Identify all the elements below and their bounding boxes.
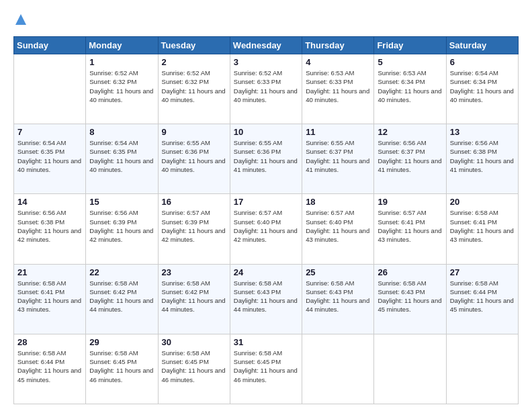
day-number: 12: [378, 127, 442, 137]
col-header-monday: Monday: [86, 37, 158, 54]
day-info: Sunrise: 6:54 AMSunset: 6:34 PMDaylight:…: [450, 68, 515, 104]
col-header-thursday: Thursday: [302, 37, 374, 54]
day-info: Sunrise: 6:52 AMSunset: 6:32 PMDaylight:…: [162, 68, 226, 104]
calendar-cell: 15Sunrise: 6:56 AMSunset: 6:39 PMDayligh…: [86, 194, 158, 264]
calendar-cell: 12Sunrise: 6:56 AMSunset: 6:37 PMDayligh…: [374, 124, 446, 194]
day-info: Sunrise: 6:58 AMSunset: 6:43 PMDaylight:…: [306, 279, 370, 314]
calendar-cell: [302, 334, 374, 404]
day-number: 31: [234, 337, 298, 347]
day-number: 23: [162, 267, 226, 277]
col-header-tuesday: Tuesday: [158, 37, 230, 54]
day-info: Sunrise: 6:58 AMSunset: 6:42 PMDaylight:…: [162, 279, 226, 314]
day-number: 27: [450, 267, 515, 277]
day-info: Sunrise: 6:55 AMSunset: 6:36 PMDaylight:…: [234, 138, 298, 174]
day-info: Sunrise: 6:53 AMSunset: 6:33 PMDaylight:…: [306, 68, 370, 104]
header: [13, 12, 519, 28]
day-info: Sunrise: 6:58 AMSunset: 6:42 PMDaylight:…: [89, 279, 154, 314]
calendar-cell: [374, 334, 446, 404]
calendar-cell: 5Sunrise: 6:53 AMSunset: 6:34 PMDaylight…: [374, 54, 446, 124]
calendar-cell: 9Sunrise: 6:55 AMSunset: 6:36 PMDaylight…: [158, 124, 230, 194]
day-info: Sunrise: 6:57 AMSunset: 6:40 PMDaylight:…: [234, 208, 298, 244]
calendar-cell: 31Sunrise: 6:58 AMSunset: 6:45 PMDayligh…: [230, 334, 302, 404]
day-info: Sunrise: 6:54 AMSunset: 6:35 PMDaylight:…: [89, 138, 154, 174]
day-info: Sunrise: 6:58 AMSunset: 6:45 PMDaylight:…: [234, 349, 298, 384]
day-number: 10: [234, 127, 298, 137]
day-number: 25: [306, 267, 370, 277]
calendar-cell: 3Sunrise: 6:52 AMSunset: 6:33 PMDaylight…: [230, 54, 302, 124]
day-number: 8: [89, 127, 154, 137]
calendar-cell: 6Sunrise: 6:54 AMSunset: 6:34 PMDaylight…: [446, 54, 518, 124]
day-info: Sunrise: 6:58 AMSunset: 6:45 PMDaylight:…: [89, 349, 154, 384]
calendar-cell: 1Sunrise: 6:52 AMSunset: 6:32 PMDaylight…: [86, 54, 158, 124]
calendar-cell: 24Sunrise: 6:58 AMSunset: 6:43 PMDayligh…: [230, 264, 302, 334]
calendar-cell: 13Sunrise: 6:56 AMSunset: 6:38 PMDayligh…: [446, 124, 518, 194]
day-info: Sunrise: 6:58 AMSunset: 6:43 PMDaylight:…: [378, 279, 442, 314]
header-row: SundayMondayTuesdayWednesdayThursdayFrid…: [14, 37, 519, 54]
day-info: Sunrise: 6:52 AMSunset: 6:33 PMDaylight:…: [234, 68, 298, 104]
calendar-cell: 19Sunrise: 6:57 AMSunset: 6:41 PMDayligh…: [374, 194, 446, 264]
day-info: Sunrise: 6:57 AMSunset: 6:41 PMDaylight:…: [378, 208, 442, 244]
page: SundayMondayTuesdayWednesdayThursdayFrid…: [0, 0, 532, 411]
calendar-cell: 8Sunrise: 6:54 AMSunset: 6:35 PMDaylight…: [86, 124, 158, 194]
calendar-cell: 30Sunrise: 6:58 AMSunset: 6:45 PMDayligh…: [158, 334, 230, 404]
calendar-cell: 26Sunrise: 6:58 AMSunset: 6:43 PMDayligh…: [374, 264, 446, 334]
day-number: 18: [306, 197, 370, 207]
calendar-cell: 21Sunrise: 6:58 AMSunset: 6:41 PMDayligh…: [14, 264, 86, 334]
day-number: 6: [450, 57, 515, 67]
day-info: Sunrise: 6:58 AMSunset: 6:43 PMDaylight:…: [234, 279, 298, 314]
calendar-cell: [14, 54, 86, 124]
day-number: 14: [17, 197, 82, 207]
calendar-cell: 25Sunrise: 6:58 AMSunset: 6:43 PMDayligh…: [302, 264, 374, 334]
day-info: Sunrise: 6:53 AMSunset: 6:34 PMDaylight:…: [378, 68, 442, 104]
day-number: 4: [306, 57, 370, 67]
calendar-cell: 29Sunrise: 6:58 AMSunset: 6:45 PMDayligh…: [86, 334, 158, 404]
logo-triangle-icon: [15, 13, 27, 28]
day-info: Sunrise: 6:58 AMSunset: 6:41 PMDaylight:…: [17, 279, 82, 314]
day-number: 7: [17, 127, 82, 137]
calendar-cell: 10Sunrise: 6:55 AMSunset: 6:36 PMDayligh…: [230, 124, 302, 194]
day-number: 2: [162, 57, 226, 67]
week-row-2: 7Sunrise: 6:54 AMSunset: 6:35 PMDaylight…: [14, 124, 519, 194]
day-info: Sunrise: 6:58 AMSunset: 6:41 PMDaylight:…: [450, 208, 515, 244]
calendar-cell: 23Sunrise: 6:58 AMSunset: 6:42 PMDayligh…: [158, 264, 230, 334]
col-header-sunday: Sunday: [14, 37, 86, 54]
calendar-cell: 14Sunrise: 6:56 AMSunset: 6:38 PMDayligh…: [14, 194, 86, 264]
day-number: 26: [378, 267, 442, 277]
calendar-cell: 17Sunrise: 6:57 AMSunset: 6:40 PMDayligh…: [230, 194, 302, 264]
day-info: Sunrise: 6:57 AMSunset: 6:39 PMDaylight:…: [162, 208, 226, 244]
day-number: 29: [89, 337, 154, 347]
day-number: 22: [89, 267, 154, 277]
col-header-wednesday: Wednesday: [230, 37, 302, 54]
day-number: 17: [234, 197, 298, 207]
day-info: Sunrise: 6:58 AMSunset: 6:44 PMDaylight:…: [450, 279, 515, 314]
day-number: 21: [17, 267, 82, 277]
day-info: Sunrise: 6:56 AMSunset: 6:37 PMDaylight:…: [378, 138, 442, 174]
day-number: 5: [378, 57, 442, 67]
day-number: 15: [89, 197, 154, 207]
week-row-1: 1Sunrise: 6:52 AMSunset: 6:32 PMDaylight…: [14, 54, 519, 124]
day-info: Sunrise: 6:56 AMSunset: 6:39 PMDaylight:…: [89, 208, 154, 244]
calendar-cell: 20Sunrise: 6:58 AMSunset: 6:41 PMDayligh…: [446, 194, 518, 264]
calendar-table: SundayMondayTuesdayWednesdayThursdayFrid…: [13, 36, 519, 404]
day-info: Sunrise: 6:55 AMSunset: 6:36 PMDaylight:…: [162, 138, 226, 174]
calendar-cell: 22Sunrise: 6:58 AMSunset: 6:42 PMDayligh…: [86, 264, 158, 334]
col-header-friday: Friday: [374, 37, 446, 54]
day-number: 28: [17, 337, 82, 347]
day-number: 9: [162, 127, 226, 137]
calendar-cell: 2Sunrise: 6:52 AMSunset: 6:32 PMDaylight…: [158, 54, 230, 124]
day-info: Sunrise: 6:57 AMSunset: 6:40 PMDaylight:…: [306, 208, 370, 244]
week-row-4: 21Sunrise: 6:58 AMSunset: 6:41 PMDayligh…: [14, 264, 519, 334]
week-row-3: 14Sunrise: 6:56 AMSunset: 6:38 PMDayligh…: [14, 194, 519, 264]
day-number: 24: [234, 267, 298, 277]
day-info: Sunrise: 6:54 AMSunset: 6:35 PMDaylight:…: [17, 138, 82, 174]
logo: [13, 12, 27, 28]
day-number: 3: [234, 57, 298, 67]
calendar-cell: 28Sunrise: 6:58 AMSunset: 6:44 PMDayligh…: [14, 334, 86, 404]
col-header-saturday: Saturday: [446, 37, 518, 54]
day-info: Sunrise: 6:56 AMSunset: 6:38 PMDaylight:…: [450, 138, 515, 174]
calendar-cell: 4Sunrise: 6:53 AMSunset: 6:33 PMDaylight…: [302, 54, 374, 124]
day-number: 16: [162, 197, 226, 207]
calendar-cell: 11Sunrise: 6:55 AMSunset: 6:37 PMDayligh…: [302, 124, 374, 194]
day-info: Sunrise: 6:55 AMSunset: 6:37 PMDaylight:…: [306, 138, 370, 174]
calendar-cell: 7Sunrise: 6:54 AMSunset: 6:35 PMDaylight…: [14, 124, 86, 194]
